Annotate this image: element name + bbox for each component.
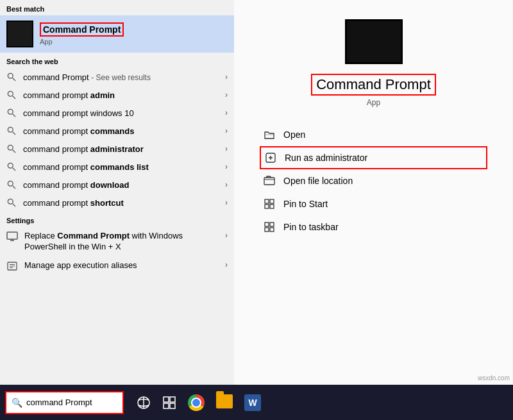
arrow-icon-s1: › — [225, 231, 228, 240]
taskbar: 🔍 command Prompt — [0, 385, 513, 420]
best-match-title: Command Prompt — [40, 22, 124, 37]
settings-header: Settings — [0, 212, 234, 227]
svg-rect-24 — [264, 178, 274, 185]
file-explorer-icon[interactable] — [216, 394, 233, 411]
pin-start-icon — [263, 197, 276, 210]
search-item-administrator[interactable]: command prompt administrator › — [0, 140, 234, 158]
search-item-text-4: command prompt commands — [23, 126, 225, 136]
search-web-header: Search the web — [0, 53, 234, 68]
search-item-admin[interactable]: command prompt admin › — [0, 86, 234, 104]
action-pin-start[interactable]: Pin to Start — [260, 192, 487, 215]
watermark: wsxdn.com — [478, 374, 510, 382]
svg-rect-29 — [265, 223, 269, 226]
search-item-text-7: command prompt download — [23, 180, 225, 190]
search-item-text-3: command prompt windows 10 — [23, 108, 225, 118]
app-icon-large — [345, 19, 403, 64]
search-magnifier-icon-4 — [6, 126, 17, 136]
svg-rect-38 — [170, 403, 175, 408]
taskbar-icons: W — [137, 394, 261, 411]
file-location-icon — [263, 174, 276, 187]
task-grid-icon[interactable] — [162, 396, 176, 410]
app-title-right: Command Prompt — [311, 74, 436, 96]
search-item-download[interactable]: command prompt download › — [0, 176, 234, 194]
svg-point-14 — [8, 199, 13, 204]
svg-rect-35 — [164, 397, 169, 402]
search-item-commands[interactable]: command prompt commands › — [0, 122, 234, 140]
search-magnifier-icon — [6, 72, 17, 82]
settings-item-powershell[interactable]: Replace Command Prompt with Windows Powe… — [0, 227, 234, 256]
settings-section: Settings Replace Command Prompt with Win… — [0, 212, 234, 276]
svg-line-7 — [13, 132, 15, 135]
search-item-text-8: command prompt shortcut — [23, 198, 225, 208]
monitor-icon — [6, 231, 18, 242]
action-file-location-label: Open file location — [283, 176, 353, 186]
action-open[interactable]: Open — [260, 123, 487, 146]
action-pin-taskbar-label: Pin to taskbar — [283, 222, 339, 232]
svg-line-13 — [13, 186, 15, 189]
svg-rect-25 — [265, 199, 269, 203]
svg-point-10 — [8, 163, 13, 168]
svg-rect-27 — [265, 205, 269, 208]
search-item-win10[interactable]: command prompt windows 10 › — [0, 104, 234, 122]
svg-rect-31 — [265, 228, 269, 231]
best-match-item[interactable]: Command Prompt App — [0, 15, 234, 53]
search-item-shortcut[interactable]: command prompt shortcut › — [0, 194, 234, 212]
svg-point-4 — [8, 109, 13, 114]
svg-line-3 — [13, 96, 15, 99]
action-open-label: Open — [283, 130, 305, 140]
search-item-text-2: command prompt admin — [23, 90, 225, 100]
arrow-icon-7: › — [225, 180, 228, 189]
arrow-icon-3: › — [225, 108, 228, 117]
settings-text-1: Replace Command Prompt with Windows Powe… — [24, 231, 225, 253]
action-run-admin[interactable]: Run as administrator — [260, 146, 487, 169]
svg-line-15 — [13, 204, 15, 206]
svg-point-2 — [8, 91, 13, 96]
svg-line-11 — [13, 168, 15, 171]
search-magnifier-icon-6 — [6, 162, 17, 172]
svg-rect-26 — [270, 199, 274, 203]
list-icon — [6, 260, 18, 272]
arrow-icon-4: › — [225, 126, 228, 135]
search-item-web[interactable]: command Prompt - See web results › — [0, 68, 234, 86]
search-item-text-6: command prompt commands list — [23, 162, 225, 172]
svg-rect-30 — [270, 223, 274, 226]
arrow-icon-1: › — [225, 72, 228, 81]
svg-point-0 — [8, 73, 13, 78]
taskbar-search-icon: 🔍 — [12, 398, 22, 408]
task-view-icon[interactable] — [137, 396, 151, 410]
best-match-subtitle: App — [40, 38, 124, 46]
search-magnifier-icon-5 — [6, 144, 17, 154]
search-magnifier-icon-3 — [6, 108, 17, 118]
svg-point-12 — [8, 181, 13, 186]
settings-item-aliases[interactable]: Manage app execution aliases › — [0, 256, 234, 276]
action-pin-taskbar[interactable]: Pin to taskbar — [260, 215, 487, 239]
action-pin-start-label: Pin to Start — [283, 199, 328, 209]
word-icon[interactable]: W — [244, 394, 261, 411]
taskbar-search-box[interactable]: 🔍 command Prompt — [5, 391, 124, 414]
svg-line-5 — [13, 114, 15, 117]
arrow-icon-5: › — [225, 144, 228, 153]
search-web-section: Search the web command Prompt - See web … — [0, 53, 234, 212]
search-magnifier-icon-2 — [6, 90, 17, 100]
search-magnifier-icon-7 — [6, 180, 17, 190]
search-item-commands-list[interactable]: command prompt commands list › — [0, 158, 234, 176]
taskbar-search-text: command Prompt — [26, 398, 92, 407]
right-panel: Command Prompt App Open Run as administr… — [234, 0, 513, 385]
svg-rect-28 — [270, 205, 274, 208]
arrow-icon-6: › — [225, 162, 228, 171]
arrow-icon-s2: › — [225, 260, 228, 269]
svg-line-9 — [13, 150, 15, 153]
search-item-text-5: command prompt administrator — [23, 144, 225, 154]
svg-rect-36 — [170, 397, 175, 402]
run-admin-icon — [264, 151, 277, 164]
svg-rect-32 — [270, 228, 274, 231]
search-magnifier-icon-8 — [6, 197, 17, 208]
open-icon — [263, 128, 276, 141]
chrome-icon[interactable] — [188, 394, 205, 411]
svg-rect-37 — [164, 403, 169, 408]
best-match-header: Best match — [0, 0, 234, 15]
pin-taskbar-icon — [263, 221, 276, 233]
svg-point-6 — [8, 127, 13, 132]
settings-text-2: Manage app execution aliases — [24, 260, 225, 271]
action-file-location[interactable]: Open file location — [260, 169, 487, 192]
